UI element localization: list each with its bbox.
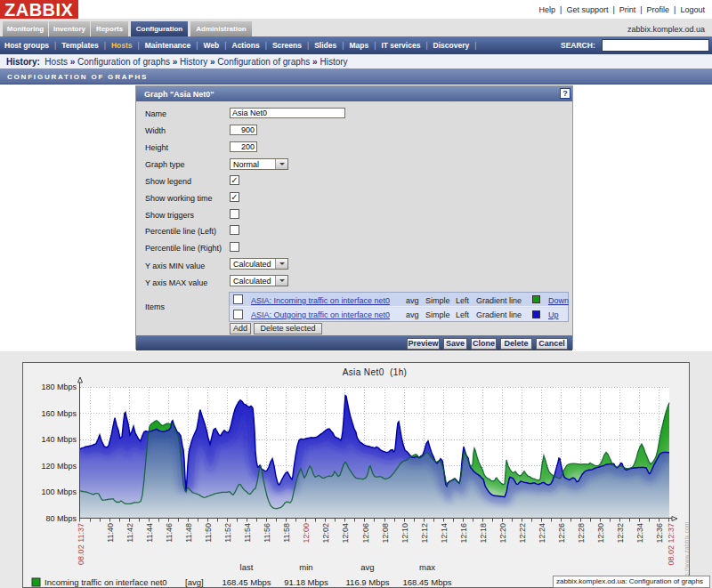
svg-text:12:06: 12:06 — [361, 523, 370, 544]
svg-text:min: min — [299, 562, 312, 572]
svg-text:180 Mbps: 180 Mbps — [41, 383, 77, 391]
svg-text:11:48: 11:48 — [184, 523, 193, 543]
svg-text:91.18 Mbps: 91.18 Mbps — [284, 577, 328, 587]
svg-text:Asia Net0 (1h): Asia Net0 (1h) — [343, 367, 408, 377]
svg-text:11:58: 11:58 — [282, 523, 291, 543]
svg-text:12:28: 12:28 — [577, 523, 586, 544]
svg-text:12:36: 12:36 — [655, 523, 664, 544]
svg-text:12:02: 12:02 — [321, 523, 330, 544]
svg-text:168.45 Mbps: 168.45 Mbps — [222, 577, 271, 587]
svg-text:11:50: 11:50 — [204, 523, 213, 543]
svg-text:12:16: 12:16 — [459, 523, 468, 544]
svg-text:08.02 11:37: 08.02 11:37 — [77, 523, 85, 565]
svg-text:140 Mbps: 140 Mbps — [41, 435, 77, 444]
svg-text:12:14: 12:14 — [440, 523, 449, 544]
svg-text:12:34: 12:34 — [635, 523, 644, 544]
svg-text:12:18: 12:18 — [479, 523, 488, 544]
svg-text:12:12: 12:12 — [420, 523, 429, 544]
svg-text:last: last — [240, 562, 254, 572]
svg-text:08.02 12:37: 08.02 12:37 — [667, 523, 676, 566]
svg-text:[avg]: [avg] — [185, 577, 204, 587]
svg-text:12:20: 12:20 — [498, 523, 507, 544]
svg-text:116.9 Mbps: 116.9 Mbps — [346, 577, 390, 587]
svg-text:11:40: 11:40 — [106, 523, 115, 543]
svg-text:Incoming traffic on interface: Incoming traffic on interface net0 — [44, 577, 167, 587]
svg-text:11:42: 11:42 — [125, 523, 134, 543]
svg-text:168.45 Mbps: 168.45 Mbps — [403, 577, 452, 587]
svg-text:12:32: 12:32 — [616, 523, 625, 544]
svg-text:11:52: 11:52 — [223, 523, 232, 543]
svg-text:http://www.zabbix.com: http://www.zabbix.com — [684, 521, 691, 584]
svg-text:12:08: 12:08 — [381, 523, 390, 544]
svg-text:100 Mbps: 100 Mbps — [41, 487, 77, 496]
svg-text:120 Mbps: 120 Mbps — [41, 462, 77, 471]
svg-text:11:54: 11:54 — [243, 523, 252, 543]
svg-text:12:30: 12:30 — [596, 523, 605, 544]
svg-text:max: max — [419, 562, 435, 572]
svg-text:12:10: 12:10 — [400, 523, 409, 544]
svg-text:12:04: 12:04 — [341, 523, 350, 544]
svg-text:160 Mbps: 160 Mbps — [41, 409, 77, 418]
svg-text:12:22: 12:22 — [518, 523, 527, 544]
svg-text:12:00: 12:00 — [302, 523, 311, 544]
svg-text:80 Mbps: 80 Mbps — [45, 514, 77, 523]
svg-text:avg: avg — [360, 562, 374, 572]
svg-text:11:44: 11:44 — [145, 523, 154, 543]
svg-text:11:56: 11:56 — [263, 523, 271, 543]
svg-text:12:26: 12:26 — [557, 523, 566, 544]
svg-text:11:46: 11:46 — [165, 523, 174, 543]
svg-text:12:24: 12:24 — [538, 523, 546, 544]
